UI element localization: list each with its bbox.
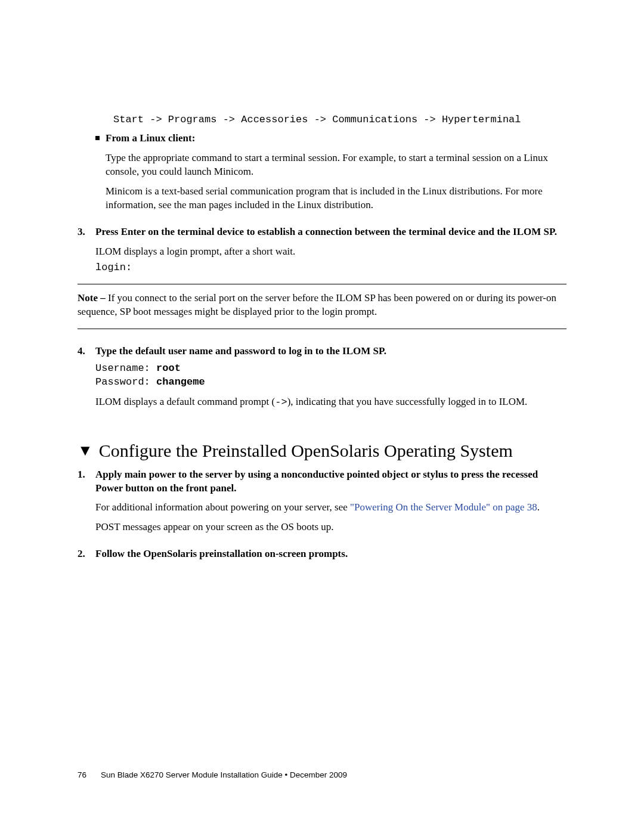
login-prompt-code: login:: [95, 261, 566, 275]
step-4-number: 4.: [78, 345, 95, 410]
page-footer: 76Sun Blade X6270 Server Module Installa…: [78, 770, 347, 779]
step-3: 3. Press Enter on the terminal device to…: [78, 225, 566, 275]
step-4-paragraph: ILOM displays a default command prompt (…: [95, 395, 566, 410]
s2-step-1-number: 1.: [78, 468, 95, 535]
section2-step-1: 1. Apply main power to the server by usi…: [78, 468, 566, 535]
s2-step-1-title: Apply main power to the server by using …: [95, 468, 566, 496]
s2-step-1-paragraph-1: For additional information about powerin…: [95, 501, 566, 515]
username-label: Username:: [95, 363, 156, 374]
page-number: 76: [78, 770, 86, 779]
document-page: Start -> Programs -> Accessories -> Comm…: [0, 0, 644, 561]
step-3-number: 3.: [78, 225, 95, 275]
triangle-down-icon: ▼: [78, 443, 93, 459]
step-3-paragraph: ILOM displays a login prompt, after a sh…: [95, 245, 566, 259]
password-label: Password:: [95, 376, 156, 388]
s2-step-2-number: 2.: [78, 547, 95, 561]
step-4: 4. Type the default user name and passwo…: [78, 345, 566, 410]
section-title: Configure the Preinstalled OpenSolaris O…: [99, 439, 513, 462]
prompt-code: ->: [275, 397, 287, 408]
footer-text: Sun Blade X6270 Server Module Installati…: [101, 770, 347, 779]
step-4-title: Type the default user name and password …: [95, 345, 566, 358]
code-hyperterminal-path: Start -> Programs -> Accessories -> Comm…: [78, 113, 566, 127]
square-bullet-icon: [95, 136, 100, 140]
s2-step-1-paragraph-2: POST messages appear on your screen as t…: [95, 521, 566, 534]
linux-paragraph-2: Minicom is a text-based serial communica…: [95, 185, 566, 212]
username-value: root: [156, 363, 181, 374]
s2-step-1-text-b: .: [537, 501, 540, 513]
linux-bullet-label: From a Linux client:: [106, 132, 195, 145]
section-heading: ▼ Configure the Preinstalled OpenSolaris…: [78, 439, 566, 462]
linux-bullet-row: From a Linux client:: [95, 132, 566, 145]
password-value: changeme: [156, 376, 205, 388]
username-line: Username: root: [95, 362, 566, 376]
s2-step-1-text-a: For additional information about powerin…: [95, 501, 350, 513]
step-4-text-a: ILOM displays a default command prompt (: [95, 396, 275, 407]
note-rule-bottom: [78, 329, 566, 329]
step-4-text-b: ), indicating that you have successfully…: [287, 396, 528, 407]
note-rule-top: [78, 284, 566, 284]
linux-paragraph-1: Type the appropriate command to start a …: [95, 151, 566, 179]
section2-step-2: 2. Follow the OpenSolaris preinstallatio…: [78, 547, 566, 561]
note-body: If you connect to the serial port on the…: [78, 292, 556, 317]
s2-step-2-title: Follow the OpenSolaris preinstallation o…: [95, 547, 566, 561]
powering-on-link[interactable]: "Powering On the Server Module" on page …: [350, 501, 537, 513]
linux-client-block: From a Linux client: Type the appropriat…: [78, 132, 566, 212]
step-3-title: Press Enter on the terminal device to es…: [95, 225, 566, 239]
note-block: Note – If you connect to the serial port…: [78, 292, 566, 319]
password-line: Password: changeme: [95, 376, 566, 389]
note-label: Note –: [78, 292, 108, 304]
